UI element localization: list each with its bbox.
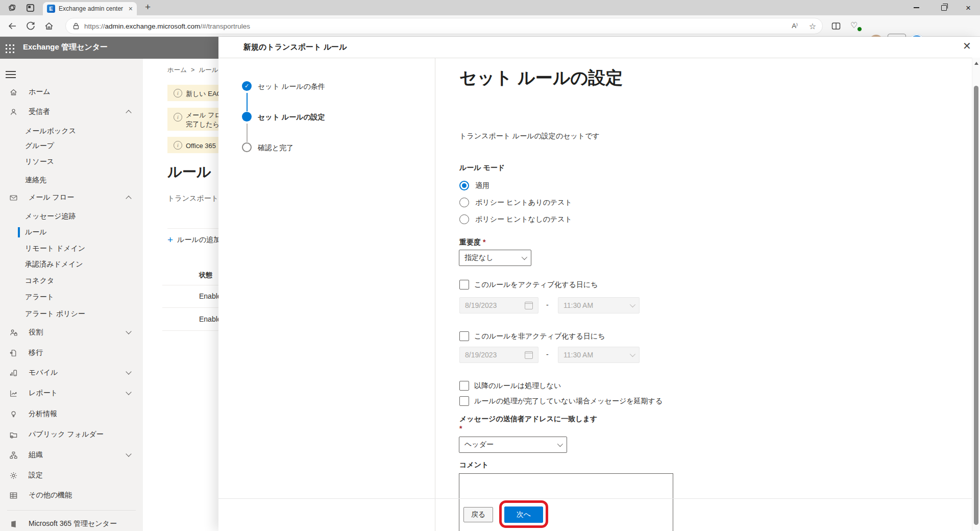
- tab-close-icon[interactable]: ×: [129, 5, 133, 12]
- activate-date-field: 8/19/2023: [459, 297, 538, 313]
- sidebar-item-remote-domains[interactable]: リモート ドメイン: [0, 243, 143, 255]
- table-divider: [162, 307, 218, 308]
- deactivate-date-checkbox[interactable]: このルールを非アクティブ化する日にち: [459, 331, 605, 341]
- sidebar-item-migration[interactable]: 移行: [0, 347, 143, 359]
- selected-indicator: [18, 227, 20, 237]
- scrollbar-thumb[interactable]: [974, 86, 978, 525]
- step-review[interactable]: 確認と完了: [258, 143, 293, 153]
- chevron-down-icon: [126, 389, 131, 395]
- window-minimize-button[interactable]: [904, 0, 928, 15]
- url-text: https://admin.exchange.microsoft.com/#/t…: [84, 22, 250, 30]
- browser-essentials-icon[interactable]: ♡: [850, 20, 862, 32]
- radio-test-without-policy-tips[interactable]: ポリシー ヒントなしのテスト: [459, 214, 572, 224]
- screen: E Exchange admin center × + × https://ad…: [0, 0, 980, 531]
- sidebar-item-insights[interactable]: 分析情報: [0, 408, 143, 420]
- sidebar-item-other-features[interactable]: その他の機能: [0, 489, 143, 501]
- radio-selected-icon[interactable]: [459, 181, 469, 190]
- comment-textarea[interactable]: [459, 473, 673, 531]
- tab-actions-icon[interactable]: [26, 3, 35, 13]
- info-icon: i: [174, 89, 182, 98]
- sidebar: ホーム 受信者 メールボックス グループ リソース 連絡先 メール フロー メッ…: [0, 59, 143, 531]
- back-button[interactable]: 戻る: [463, 507, 493, 522]
- back-button[interactable]: [8, 21, 18, 31]
- sidebar-item-home[interactable]: ホーム: [0, 86, 143, 98]
- favorites-star-icon[interactable]: ☆: [809, 21, 816, 31]
- sidebar-item-message-trace[interactable]: メッセージ追跡: [0, 210, 143, 223]
- sidebar-item-m365-admin-center[interactable]: Microsoft 365 管理センター: [0, 518, 143, 530]
- step-connector: [247, 124, 248, 142]
- m365-icon: [9, 520, 18, 528]
- breadcrumb-rules[interactable]: ルール: [199, 66, 218, 74]
- split-screen-icon[interactable]: [831, 21, 841, 31]
- sidebar-item-reports[interactable]: レポート: [0, 387, 143, 399]
- sidebar-item-public-folders[interactable]: パブリック フォルダー: [0, 428, 143, 441]
- chevron-up-icon: [126, 196, 131, 201]
- home-button[interactable]: [44, 21, 54, 31]
- deactivate-date-field: 8/19/2023: [459, 347, 538, 363]
- sidebar-item-accepted-domains[interactable]: 承認済みドメイン: [0, 258, 143, 271]
- org-icon: [9, 451, 18, 460]
- people-icon: [9, 108, 18, 116]
- sidebar-item-organization[interactable]: 組織: [0, 449, 143, 461]
- checkbox-icon[interactable]: [459, 381, 469, 391]
- next-button[interactable]: 次へ: [504, 506, 543, 523]
- step-conditions[interactable]: セット ルールの条件: [258, 82, 325, 91]
- chevron-down-icon: [126, 328, 131, 334]
- mobile-icon: [9, 369, 18, 377]
- checkbox-icon[interactable]: [459, 280, 469, 289]
- browser-tab-strip: E Exchange admin center × + ×: [0, 0, 980, 15]
- refresh-button[interactable]: [26, 21, 36, 31]
- sidebar-item-resources[interactable]: リソース: [0, 156, 143, 168]
- window-close-button[interactable]: ×: [957, 0, 980, 15]
- breadcrumb-home[interactable]: ホーム: [167, 66, 187, 74]
- panel-close-icon[interactable]: ✕: [963, 41, 971, 51]
- sidebar-item-alert-policies[interactable]: アラート ポリシー: [0, 308, 143, 320]
- sidebar-item-settings[interactable]: 設定: [0, 469, 143, 481]
- add-rule-button[interactable]: + ルールの追加: [167, 235, 220, 245]
- radio-test-with-policy-tips[interactable]: ポリシー ヒントありのテスト: [459, 198, 572, 207]
- workspaces-icon[interactable]: [7, 3, 17, 13]
- sidebar-item-contacts[interactable]: 連絡先: [0, 174, 143, 186]
- new-tab-button[interactable]: +: [145, 2, 151, 13]
- sidebar-item-mail-flow[interactable]: メール フロー: [0, 191, 143, 204]
- panel-scrollbar[interactable]: [972, 58, 980, 531]
- browser-tab[interactable]: E Exchange admin center ×: [43, 2, 137, 15]
- sidebar-item-connectors[interactable]: コネクタ: [0, 275, 143, 287]
- sidebar-item-mobile[interactable]: モバイル: [0, 367, 143, 379]
- sidebar-item-roles[interactable]: 役割: [0, 326, 143, 339]
- scrollbar-up-arrow[interactable]: [974, 62, 978, 65]
- step-settings[interactable]: セット ルールの設定: [258, 113, 325, 122]
- deactivate-time-field: 11:30 AM: [558, 347, 640, 363]
- chevron-down-icon: [126, 451, 131, 456]
- sidebar-item-rules[interactable]: ルール: [0, 226, 143, 238]
- minimize-icon: [914, 7, 919, 8]
- roles-icon: [9, 328, 18, 337]
- app-launcher-icon[interactable]: [5, 43, 17, 56]
- stop-processing-checkbox[interactable]: 以降のルールは処理しない: [459, 381, 561, 391]
- calendar-icon: [525, 302, 533, 309]
- plus-icon: +: [167, 235, 173, 245]
- window-restore-button[interactable]: [932, 0, 955, 15]
- checkbox-icon[interactable]: [459, 396, 469, 406]
- radio-icon[interactable]: [459, 214, 469, 224]
- read-aloud-icon[interactable]: A): [792, 22, 797, 30]
- chevron-down-icon: [126, 369, 131, 374]
- radio-icon[interactable]: [459, 198, 469, 207]
- chevron-down-icon: [557, 441, 563, 447]
- radio-enforce[interactable]: 適用: [459, 181, 489, 190]
- sidebar-item-recipients[interactable]: 受信者: [0, 106, 143, 118]
- sidebar-item-groups[interactable]: グループ: [0, 140, 143, 152]
- mail-icon: [9, 194, 18, 202]
- sender-match-dropdown[interactable]: ヘッダー: [459, 437, 567, 453]
- page-title: ルール: [167, 162, 211, 182]
- activate-date-checkbox[interactable]: このルールをアクティブ化する日にち: [459, 280, 598, 289]
- chevron-up-icon: [126, 110, 131, 115]
- address-bar[interactable]: https://admin.exchange.microsoft.com/#/t…: [65, 18, 823, 34]
- hamburger-menu-icon[interactable]: [6, 71, 16, 72]
- checkbox-icon[interactable]: [459, 331, 469, 341]
- sidebar-item-alerts[interactable]: アラート: [0, 291, 143, 303]
- severity-dropdown[interactable]: 指定なし: [459, 250, 531, 266]
- defer-message-checkbox[interactable]: ルールの処理が完了していない場合メッセージを延期する: [459, 396, 663, 406]
- step-done-icon: ✓: [242, 81, 252, 91]
- sidebar-item-mailboxes[interactable]: メールボックス: [0, 125, 143, 137]
